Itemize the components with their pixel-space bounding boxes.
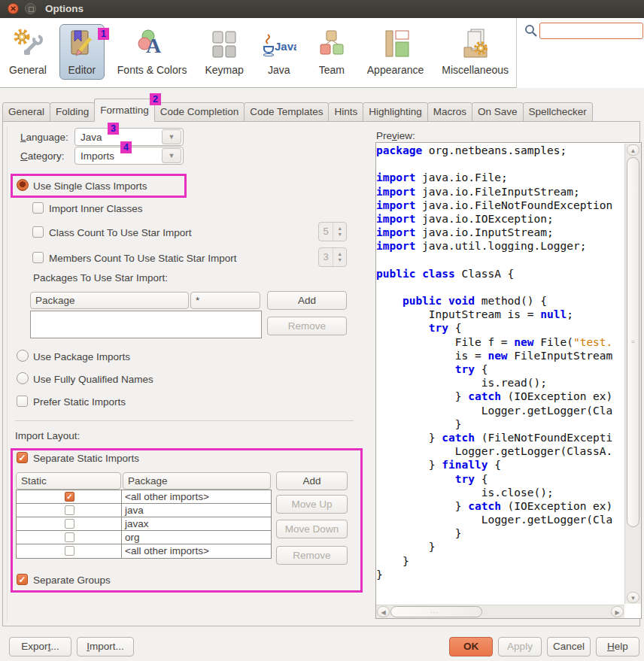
ok-button[interactable]: OK: [449, 637, 493, 656]
layout-add-button[interactable]: Add: [276, 471, 348, 490]
star-table-header-star[interactable]: *: [190, 292, 260, 309]
tab-general[interactable]: General: [2, 102, 50, 122]
use-single-class-imports-radio[interactable]: [17, 179, 29, 191]
members-count-label: Members Count To Use Static Star Import: [49, 253, 237, 264]
category-combo[interactable]: Imports ▼: [74, 147, 184, 165]
code-line: public void method() {: [376, 294, 624, 308]
layout-table-row[interactable]: <all other imports>: [17, 544, 271, 558]
layout-move-up-button[interactable]: Move Up: [276, 495, 348, 514]
layout-table-row[interactable]: org: [17, 531, 271, 544]
horizontal-scrollbar[interactable]: ◀ ··· ▶: [376, 605, 624, 618]
editor-tabs: GeneralFoldingFormattingCode CompletionC…: [2, 99, 642, 122]
layout-row-package-cell: <all other imports>: [122, 544, 271, 558]
maximize-icon[interactable]: [25, 3, 36, 14]
use-single-class-imports-label: Use Single Class Imports: [33, 180, 147, 192]
toolbar-item-general[interactable]: General: [4, 24, 52, 80]
packages-star-label: Packages To Use Star Import:: [33, 272, 168, 284]
layout-table-row[interactable]: java: [17, 504, 271, 517]
static-checkbox[interactable]: [65, 546, 74, 556]
gears-wrench-icon: [11, 27, 45, 62]
star-table-body[interactable]: [30, 311, 262, 338]
spinner-arrows-icon[interactable]: ▲▼: [333, 223, 346, 241]
star-table-header-package[interactable]: Package: [30, 292, 189, 309]
scroll-down-icon[interactable]: ▼: [627, 592, 639, 603]
vertical-scrollbar[interactable]: ▲ = ▼: [624, 144, 641, 604]
static-checkbox[interactable]: ✓: [65, 492, 74, 502]
chevron-down-icon[interactable]: ▼: [162, 148, 181, 163]
layout-remove-button[interactable]: Remove: [276, 546, 348, 565]
tab-spellchecker[interactable]: Spellchecker: [523, 102, 593, 122]
section-separator: [15, 420, 354, 421]
tab-hints[interactable]: Hints: [328, 102, 363, 122]
class-count-label: Class Count To Use Star Import: [49, 227, 192, 238]
category-combo-value: Imports: [75, 150, 160, 162]
layout-table-header-static[interactable]: Static: [16, 472, 121, 490]
code-line: import java.util.logging.Logger;: [376, 239, 624, 253]
book-pencil-icon: [65, 27, 99, 62]
toolbar-item-keymap[interactable]: Keymap: [199, 24, 248, 80]
import-inner-classes-checkbox[interactable]: [32, 202, 44, 214]
window-title: Options: [45, 3, 84, 14]
tab-formatting[interactable]: Formatting: [94, 99, 155, 122]
toolbar-item-fonts-colors[interactable]: AFonts & Colors: [112, 24, 193, 80]
tab-code-templates[interactable]: Code Templates: [244, 102, 329, 122]
tab-macros[interactable]: Macros: [427, 102, 472, 122]
toolbar-item-java[interactable]: JavaJava: [257, 24, 302, 80]
static-checkbox[interactable]: [65, 532, 74, 542]
class-count-checkbox[interactable]: [32, 226, 44, 238]
separate-static-imports-checkbox[interactable]: ✓: [17, 452, 28, 463]
use-package-imports-radio[interactable]: [17, 350, 29, 362]
title-bar[interactable]: ✕ Options: [0, 0, 644, 18]
spinner-arrows-icon[interactable]: ▲▼: [333, 248, 346, 266]
cancel-button[interactable]: Cancel: [547, 637, 591, 656]
toolbar-item-team[interactable]: Team: [309, 24, 354, 80]
scroll-left-icon[interactable]: ◀: [377, 606, 390, 617]
members-count-spinner[interactable]: 3 ▲▼: [318, 247, 347, 267]
star-remove-button[interactable]: Remove: [267, 317, 347, 335]
label-text: v: [392, 130, 397, 141]
static-checkbox[interactable]: [65, 505, 74, 515]
toolbar-item-appearance[interactable]: Appearance: [362, 24, 430, 80]
export-button[interactable]: Export...: [9, 637, 71, 656]
code-line: Logger.getLogger(Cla: [376, 513, 624, 526]
class-count-spinner[interactable]: 5 ▲▼: [318, 222, 347, 241]
code-line: import java.io.FileNotFoundException: [376, 199, 624, 212]
star-add-button[interactable]: Add: [267, 291, 347, 310]
layout-table-header-package[interactable]: Package: [123, 472, 271, 490]
code-line: import java.io.InputStream;: [376, 226, 624, 239]
toolbar-item-miscellaneous[interactable]: Miscellaneous: [436, 24, 514, 80]
tab-folding[interactable]: Folding: [50, 102, 95, 122]
help-button[interactable]: Help: [596, 637, 639, 656]
scroll-up-icon[interactable]: ▲: [627, 144, 639, 156]
code-line: Logger.getLogger(ClassA.: [376, 444, 624, 458]
svg-text:Java: Java: [275, 40, 296, 53]
import-button[interactable]: Import...: [77, 637, 134, 656]
language-combo[interactable]: Java ▼: [74, 128, 184, 146]
toolbar-item-editor[interactable]: Editor: [59, 24, 105, 80]
toolbar-item-label: Keymap: [205, 64, 243, 76]
tab-code-completion[interactable]: Code Completion: [154, 102, 245, 122]
layout-row-package-cell: org: [122, 531, 271, 544]
vertical-scroll-thumb[interactable]: =: [627, 157, 639, 527]
members-count-checkbox[interactable]: [32, 252, 44, 263]
code-line: try {: [376, 362, 624, 376]
search-input[interactable]: [539, 23, 643, 39]
scroll-right-icon[interactable]: ▶: [611, 606, 624, 617]
layout-table-row[interactable]: ✓<all other imports>: [17, 490, 271, 504]
horizontal-scroll-thumb[interactable]: ···: [390, 606, 482, 617]
tab-on-save[interactable]: On Save: [472, 102, 524, 122]
layout-row-package-cell: javax: [122, 517, 271, 530]
separate-groups-checkbox[interactable]: ✓: [17, 574, 28, 585]
layout-table-row[interactable]: javax: [17, 517, 271, 531]
static-checkbox[interactable]: [65, 519, 74, 529]
prefer-static-imports-checkbox[interactable]: [17, 396, 28, 407]
panel-divider: [7, 126, 8, 622]
chevron-down-icon[interactable]: ▼: [162, 129, 181, 144]
tab-highlighting[interactable]: Highlighting: [363, 102, 428, 122]
apply-button[interactable]: Apply: [498, 637, 542, 656]
layout-move-down-button[interactable]: Move Down: [276, 520, 348, 538]
code-line: [376, 280, 624, 294]
close-icon[interactable]: ✕: [8, 3, 19, 14]
members-count-value: 3: [319, 248, 333, 266]
use-fully-qualified-radio[interactable]: [17, 372, 29, 384]
